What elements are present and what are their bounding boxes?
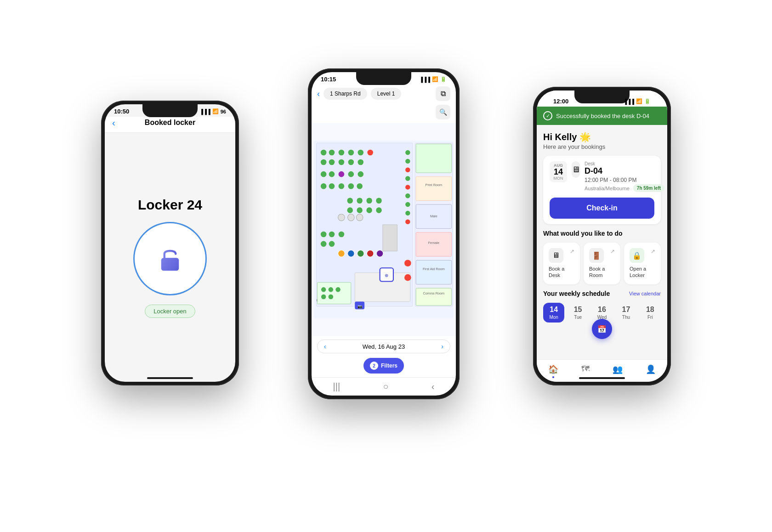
- svg-point-44: [405, 185, 410, 189]
- action-desk-label: Book aDesk: [549, 266, 574, 279]
- view-calendar-link[interactable]: View calendar: [629, 291, 661, 296]
- wifi-icon-r: 📶: [636, 98, 642, 104]
- booking-info: Desk D-04 12:00 PM - 08:00 PM Australia/…: [585, 161, 664, 192]
- back-button-center[interactable]: ‹: [317, 89, 320, 99]
- svg-rect-5: [416, 176, 451, 200]
- bottom-bar-back: ‹: [431, 381, 435, 392]
- booking-weekday: MON: [554, 176, 563, 181]
- status-time-center: 10:15: [321, 76, 336, 83]
- svg-point-53: [347, 207, 353, 213]
- svg-point-72: [404, 260, 411, 266]
- floating-action-button[interactable]: 📅: [592, 319, 612, 339]
- svg-point-57: [338, 250, 345, 257]
- cal-day-num-18: 18: [646, 306, 654, 314]
- cal-day-15[interactable]: 15 Tue: [567, 303, 588, 323]
- phone-left: 10:50 ▐▐▐ 📶 96 ‹ Booked locker Locker 24: [101, 101, 239, 385]
- signal-icon: ▐▐▐: [199, 109, 210, 114]
- svg-text:📷: 📷: [358, 304, 363, 309]
- action-card-locker[interactable]: 🔒 ↗ Open aLocker: [624, 243, 661, 284]
- svg-point-30: [321, 171, 327, 177]
- booking-day: 14: [554, 168, 563, 176]
- svg-point-77: [329, 287, 333, 292]
- greeting: Hi Kelly 🌟: [543, 131, 661, 142]
- floor-plan-area: Print Room Male Female First Aid Room Co…: [312, 123, 456, 336]
- action-card-room[interactable]: 🚪 ↗ Book aRoom: [584, 243, 620, 284]
- locker-content: Locker 24: [105, 133, 235, 382]
- filters-button[interactable]: 2 Filters: [363, 358, 404, 374]
- booking-card-header: AUG 14 MON 🖥 Desk D-04 12:00 PM - 08:00 …: [550, 161, 654, 192]
- prev-date-arrow[interactable]: ‹: [324, 343, 326, 350]
- svg-point-33: [348, 171, 354, 177]
- status-bar-left: 10:50 ▐▐▐ 📶 96: [105, 104, 235, 117]
- status-icons-center: ▐▐▐ 📶 🔋: [420, 76, 447, 82]
- status-icons-left: ▐▐▐ 📶 96: [199, 108, 226, 114]
- svg-text:Female: Female: [428, 241, 439, 245]
- wifi-icon: 📶: [212, 108, 219, 114]
- phone-right: 12:00 ▐▐▐ 📶 🔋 ✓ Successfully booked the …: [533, 87, 671, 385]
- svg-rect-18: [383, 225, 397, 251]
- map-date: Wed, 16 Aug 23: [363, 343, 405, 350]
- layers-button[interactable]: ⧉: [436, 86, 450, 101]
- cal-day-label-tue: Tue: [574, 315, 582, 320]
- map-tab-icon: 🗺: [581, 364, 590, 374]
- svg-point-47: [405, 211, 410, 215]
- home-tab-dot: [552, 376, 554, 378]
- tab-profile[interactable]: 👤: [646, 364, 656, 378]
- action-desk-arrow: ↗: [570, 248, 574, 255]
- cal-day-14[interactable]: 14 Mon: [543, 303, 564, 323]
- tab-home[interactable]: 🏠: [548, 364, 558, 378]
- booking-type-label: Desk: [585, 161, 664, 166]
- cal-day-num-14: 14: [550, 306, 558, 314]
- svg-point-28: [348, 159, 354, 165]
- status-icons-right: ▐▐▐ 📶 🔋: [624, 98, 651, 104]
- back-button-left[interactable]: ‹: [112, 118, 115, 128]
- cal-day-18[interactable]: 18 Fri: [640, 303, 661, 323]
- action-room-label: Book aRoom: [589, 266, 615, 279]
- svg-text:First Aid Room: First Aid Room: [423, 267, 445, 271]
- checkin-button[interactable]: Check-in: [550, 198, 654, 219]
- filter-count: 2: [370, 362, 378, 370]
- map-bottom-bar: ||| ○ ‹: [312, 377, 456, 396]
- svg-point-32: [339, 171, 345, 177]
- action-locker-icon: 🔒: [630, 248, 644, 263]
- svg-point-64: [339, 232, 345, 238]
- svg-point-66: [329, 241, 335, 247]
- time-left-badge: 7h 59m left: [633, 184, 664, 192]
- svg-text:Print Room: Print Room: [426, 183, 443, 187]
- tab-map[interactable]: 🗺: [581, 364, 590, 378]
- svg-point-69: [356, 214, 363, 221]
- level-pill[interactable]: Level 1: [371, 88, 402, 100]
- tab-people[interactable]: 👥: [613, 364, 623, 378]
- scene: 10:50 ▐▐▐ 📶 96 ‹ Booked locker Locker 24: [87, 41, 685, 491]
- search-button-map[interactable]: 🔍: [436, 105, 450, 119]
- floor-plan-svg: Print Room Male Female First Aid Room Co…: [312, 123, 456, 336]
- date-nav[interactable]: ‹ Wed, 16 Aug 23 ›: [317, 340, 450, 353]
- action-card-desk-top: 🖥 ↗: [549, 248, 574, 263]
- locker-number: Locker 24: [138, 197, 202, 213]
- svg-point-46: [405, 202, 410, 207]
- cal-day-num-15: 15: [574, 306, 582, 314]
- svg-point-45: [405, 193, 410, 198]
- svg-point-51: [366, 198, 372, 204]
- svg-point-38: [348, 183, 354, 189]
- action-room-arrow: ↗: [610, 248, 615, 255]
- svg-point-54: [357, 207, 363, 213]
- map-footer: ‹ Wed, 16 Aug 23 ›: [312, 336, 456, 355]
- cal-day-17[interactable]: 17 Thu: [615, 303, 636, 323]
- booking-type-icon: 🖥: [572, 161, 580, 178]
- next-date-arrow[interactable]: ›: [441, 343, 443, 350]
- schedule-header: Your weekly schedule View calendar: [543, 290, 661, 297]
- success-banner: ✓ Successfully booked the desk D-04: [537, 107, 667, 125]
- svg-rect-0: [161, 258, 179, 271]
- svg-point-73: [404, 274, 411, 281]
- success-message: Successfully booked the desk D-04: [556, 113, 649, 119]
- svg-point-24: [367, 150, 373, 156]
- svg-text:⊕: ⊕: [385, 273, 388, 278]
- svg-point-21: [339, 150, 345, 156]
- svg-point-37: [339, 183, 345, 189]
- svg-point-22: [348, 150, 354, 156]
- action-card-desk[interactable]: 🖥 ↗ Book aDesk: [543, 243, 580, 284]
- svg-point-50: [357, 198, 363, 204]
- greeting-section: Hi Kelly 🌟 Here are your bookings: [543, 131, 661, 150]
- location-pill[interactable]: 1 Sharps Rd: [324, 88, 367, 100]
